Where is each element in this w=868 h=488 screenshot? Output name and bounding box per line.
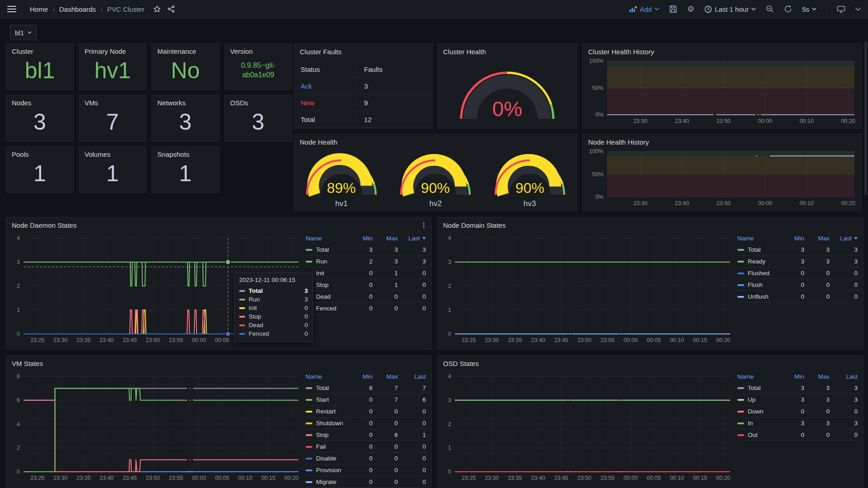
legend-series-total[interactable]: Total (306, 246, 351, 253)
chevron-down-icon (751, 8, 756, 10)
legend-series-ready[interactable]: Ready (737, 258, 783, 265)
legend-series-start[interactable]: Start (306, 396, 351, 403)
legend-series-run[interactable]: Run (306, 258, 351, 265)
series-color-swatch (737, 272, 744, 274)
svg-text:00:20: 00:20 (841, 118, 855, 124)
panel-menu-kebab-icon[interactable] (420, 221, 428, 229)
panel-title[interactable]: Node Domain States (438, 217, 863, 233)
cluster-variable-picker[interactable]: bl1 (10, 25, 37, 40)
legend-series-flushed[interactable]: Flushed (737, 270, 783, 277)
svg-text:00:00: 00:00 (623, 475, 637, 481)
svg-text:2: 2 (17, 445, 20, 451)
legend-series-unflush[interactable]: Unflush (737, 293, 783, 300)
legend-header-last[interactable]: Last (400, 373, 428, 380)
chevron-down-icon[interactable] (855, 8, 861, 11)
settings-gear-icon[interactable]: ⚙ (687, 5, 694, 13)
breadcrumb-home[interactable]: Home (30, 5, 48, 13)
legend-header-last[interactable]: Last (400, 235, 428, 242)
stat-value: 3 (225, 107, 292, 137)
panel-title[interactable]: Cluster Health History (583, 44, 862, 59)
legend-series-shutdown[interactable]: Shutdown (306, 420, 351, 427)
refresh-interval-picker[interactable]: 5s (802, 5, 816, 13)
legend-series-total[interactable]: Total (737, 385, 783, 391)
legend-min: 0 (783, 408, 806, 415)
series-color-swatch (306, 387, 312, 389)
page-scrollbar[interactable] (864, 42, 867, 195)
panel-title[interactable]: OSD States (438, 356, 863, 371)
series-color-swatch (737, 249, 744, 251)
panel-title[interactable]: Node Daemon States (6, 217, 431, 233)
cluster-health-history-chart[interactable]: 0%50%100%23:3023:4023:5000:0000:1000:20 (586, 58, 858, 128)
series-color-swatch (306, 469, 312, 471)
svg-text:2: 2 (17, 283, 20, 289)
legend-header-min[interactable]: Min (783, 373, 806, 380)
fault-status: Total (294, 111, 358, 127)
gauge-node-label: hv3 (524, 199, 536, 208)
legend-row: Disable000 (306, 453, 428, 465)
legend-series-migrate[interactable]: Migrate (306, 479, 351, 485)
legend-series-up[interactable]: Up (737, 396, 783, 403)
svg-text:23:40: 23:40 (531, 475, 545, 481)
node-domain-states-chart[interactable]: 0123423:2523:3023:3523:4023:4523:5023:55… (441, 234, 736, 348)
chevron-down-icon (812, 8, 816, 10)
chart-tooltip: 2023-12-11 00:06:15 Total3Run3Init0Stop0… (234, 272, 313, 342)
legend-header-max[interactable]: Max (806, 235, 831, 242)
add-button[interactable]: Add (629, 5, 659, 13)
legend-last: 6 (400, 396, 428, 403)
svg-text:23:25: 23:25 (462, 337, 476, 343)
refresh-icon[interactable] (784, 5, 792, 13)
panel-title[interactable]: Cluster Faults (294, 44, 432, 59)
legend-header-name[interactable]: Name (306, 373, 351, 380)
legend-series-out[interactable]: Out (737, 432, 783, 438)
legend-series-fail[interactable]: Fail (306, 443, 351, 450)
legend-series-provision[interactable]: Provision (306, 467, 351, 474)
legend-header-last[interactable]: Last (831, 235, 859, 242)
legend-min: 2 (351, 258, 374, 265)
node-daemon-states-legend: NameMinMaxLastTotal333Run233Init010Stop0… (306, 233, 428, 314)
legend-header-max[interactable]: Max (806, 373, 831, 380)
column-header[interactable]: Faults (358, 66, 432, 73)
svg-text:23:50: 23:50 (577, 475, 591, 481)
legend-header-max[interactable]: Max (374, 235, 400, 242)
legend-series-in[interactable]: In (737, 420, 783, 427)
svg-text:23:50: 23:50 (146, 337, 160, 343)
legend-series-total[interactable]: Total (306, 385, 351, 391)
legend-series-disable[interactable]: Disable (306, 455, 351, 462)
legend-header-last[interactable]: Last (831, 373, 859, 380)
legend-header-min[interactable]: Min (783, 235, 806, 242)
panel-title[interactable]: Node Health (294, 134, 577, 150)
legend-header-min[interactable]: Min (351, 235, 374, 242)
node-health-history-chart[interactable]: 0%50%100%23:3023:4023:5000:0000:1000:20 (586, 149, 858, 211)
legend-header-max[interactable]: Max (374, 373, 400, 380)
share-icon[interactable] (167, 5, 175, 13)
legend-header-name[interactable]: Name (737, 235, 783, 242)
zoom-out-icon[interactable] (766, 5, 774, 13)
panel-title[interactable]: Node Health History (583, 134, 862, 150)
column-header[interactable]: Status (294, 61, 358, 77)
save-dashboard-icon[interactable] (669, 5, 677, 13)
legend-header-min[interactable]: Min (351, 373, 374, 380)
legend-series-stop[interactable]: Stop (306, 432, 351, 438)
vm-states-chart[interactable]: 0246823:2523:3023:3523:4023:4523:5023:55… (10, 372, 304, 486)
legend-series-restart[interactable]: Restart (306, 408, 351, 415)
breadcrumb-dashboards[interactable]: Dashboards (59, 5, 96, 13)
legend-series-flush[interactable]: Flush (737, 282, 783, 288)
osd-states-chart[interactable]: 0123423:2523:3023:3523:4023:4523:5023:55… (441, 372, 736, 486)
series-color-swatch (239, 333, 245, 335)
tooltip-row: Run3 (239, 295, 308, 304)
legend-header-name[interactable]: Name (737, 373, 783, 380)
time-range-picker[interactable]: Last 1 hour (704, 5, 756, 13)
legend-last: 0 (400, 408, 428, 415)
panel-title[interactable]: Cluster Health (438, 44, 577, 59)
monitor-icon[interactable] (837, 5, 845, 13)
legend-series-down[interactable]: Down (737, 408, 783, 415)
legend-max: 0 (806, 270, 831, 277)
panel-title[interactable]: VM States (6, 356, 431, 371)
star-icon[interactable] (153, 5, 161, 13)
svg-text:00:10: 00:10 (670, 475, 684, 481)
legend-series-total[interactable]: Total (737, 246, 783, 253)
legend-header-name[interactable]: Name (306, 235, 351, 242)
legend-max: 3 (806, 246, 831, 253)
legend-last: 0 (831, 270, 859, 277)
hamburger-menu-icon[interactable] (7, 5, 16, 13)
